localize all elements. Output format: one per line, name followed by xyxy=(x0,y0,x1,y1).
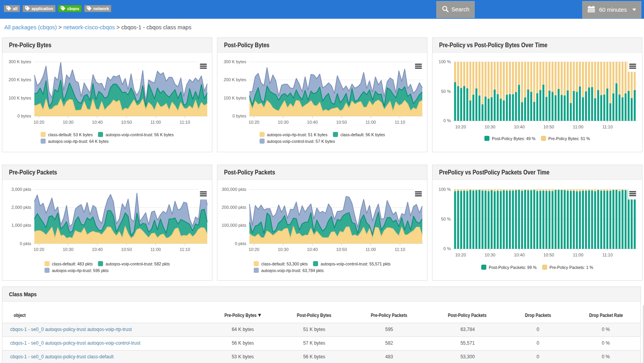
svg-text:11:00: 11:00 xyxy=(151,120,161,125)
svg-text:10:30: 10:30 xyxy=(485,253,496,257)
svg-text:10:50: 10:50 xyxy=(121,247,132,252)
svg-text:10:50: 10:50 xyxy=(543,253,554,257)
svg-text:10:50: 10:50 xyxy=(543,125,554,129)
svg-text:10:30: 10:30 xyxy=(485,125,496,129)
svg-text:50 %: 50 % xyxy=(441,89,451,94)
svg-text:100 %: 100 % xyxy=(439,59,451,64)
svg-text:10:20: 10:20 xyxy=(455,125,466,129)
svg-text:10:30: 10:30 xyxy=(278,120,289,125)
svg-text:200 K bytes: 200 K bytes xyxy=(224,77,247,82)
svg-text:11:00: 11:00 xyxy=(573,253,584,257)
svg-text:10:50: 10:50 xyxy=(336,247,347,252)
svg-text:300 K bytes: 300 K bytes xyxy=(9,59,32,64)
svg-text:11:00: 11:00 xyxy=(151,247,161,252)
svg-text:0 pkts: 0 pkts xyxy=(20,241,32,246)
svg-text:100 %: 100 % xyxy=(439,187,451,192)
svg-text:100,000 pkts: 100,000 pkts xyxy=(222,223,246,228)
svg-text:100 K bytes: 100 K bytes xyxy=(224,96,247,100)
svg-text:10:30: 10:30 xyxy=(63,247,74,252)
svg-text:10:20: 10:20 xyxy=(34,247,44,252)
svg-text:300 K bytes: 300 K bytes xyxy=(224,59,247,64)
svg-text:0 %: 0 % xyxy=(443,118,451,123)
svg-text:11:00: 11:00 xyxy=(366,120,376,125)
svg-text:0 bytes: 0 bytes xyxy=(233,114,247,118)
svg-text:10:40: 10:40 xyxy=(514,125,525,129)
svg-text:10:40: 10:40 xyxy=(307,247,318,252)
svg-text:2,000 pkts: 2,000 pkts xyxy=(11,205,31,210)
svg-text:50 %: 50 % xyxy=(441,217,451,221)
svg-text:11:00: 11:00 xyxy=(366,247,376,252)
svg-text:11:10: 11:10 xyxy=(395,120,405,125)
svg-text:11:10: 11:10 xyxy=(180,247,190,252)
svg-text:10:50: 10:50 xyxy=(336,120,347,125)
svg-text:10:40: 10:40 xyxy=(307,120,318,125)
svg-text:10:20: 10:20 xyxy=(249,120,260,125)
svg-text:0 %: 0 % xyxy=(443,246,451,251)
svg-text:10:40: 10:40 xyxy=(92,247,103,252)
svg-text:11:10: 11:10 xyxy=(602,253,613,257)
svg-text:10:40: 10:40 xyxy=(92,120,103,125)
svg-text:3,000 pkts: 3,000 pkts xyxy=(11,187,31,192)
svg-text:200,000 pkts: 200,000 pkts xyxy=(222,205,246,210)
svg-text:10:20: 10:20 xyxy=(34,120,44,125)
svg-text:11:10: 11:10 xyxy=(602,125,613,129)
svg-text:11:00: 11:00 xyxy=(573,125,584,129)
svg-text:200 K bytes: 200 K bytes xyxy=(9,77,32,82)
svg-text:10:40: 10:40 xyxy=(514,253,525,257)
svg-text:10:30: 10:30 xyxy=(63,120,74,125)
svg-text:11:10: 11:10 xyxy=(180,120,190,125)
svg-text:10:30: 10:30 xyxy=(278,247,289,252)
svg-text:11:10: 11:10 xyxy=(395,247,405,252)
svg-text:1,000 pkts: 1,000 pkts xyxy=(11,223,31,228)
svg-text:10:50: 10:50 xyxy=(121,120,132,125)
svg-text:0 pkts: 0 pkts xyxy=(235,241,247,246)
svg-text:0 bytes: 0 bytes xyxy=(18,114,32,118)
svg-text:10:20: 10:20 xyxy=(455,253,466,257)
svg-text:10:20: 10:20 xyxy=(249,247,260,252)
svg-text:100 K bytes: 100 K bytes xyxy=(9,96,32,100)
svg-text:300,000 pkts: 300,000 pkts xyxy=(222,187,246,192)
